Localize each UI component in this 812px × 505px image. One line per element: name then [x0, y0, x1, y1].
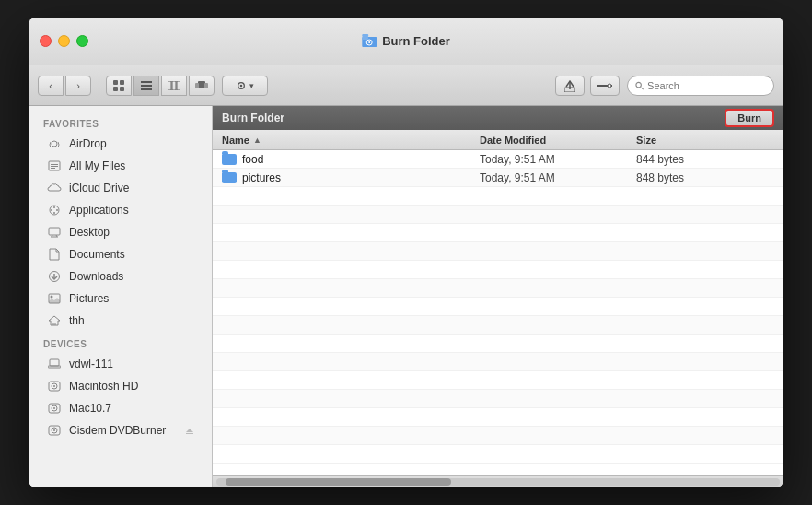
scrollbar-area[interactable]	[213, 475, 783, 487]
date-column-header[interactable]: Date Modified	[480, 135, 636, 146]
view-column-button[interactable]	[161, 76, 187, 96]
burn-button[interactable]: Burn	[725, 109, 774, 127]
minimize-button[interactable]	[58, 35, 70, 47]
icon-view-icon	[113, 80, 124, 91]
file-size-cell: 844 bytes	[636, 153, 684, 166]
mac-disk-icon	[47, 401, 62, 416]
sidebar: Favorites AirDrop	[29, 106, 213, 487]
finder-window: Burn Folder ‹ ›	[29, 18, 783, 487]
empty-row	[213, 371, 783, 390]
documents-icon	[47, 247, 62, 262]
burn-folder-title-icon	[362, 34, 377, 49]
icloud-icon	[47, 181, 62, 195]
sort-arrow: ▲	[253, 135, 261, 145]
arrange-chevron: ▾	[249, 81, 254, 90]
search-input[interactable]	[647, 80, 766, 91]
table-row[interactable]: pictures Today, 9:51 AM 848 bytes	[213, 169, 783, 187]
svg-rect-5	[113, 80, 118, 85]
sidebar-item-documents[interactable]: Documents	[32, 243, 208, 265]
empty-row	[213, 316, 783, 335]
burn-folder-bar-label: Burn Folder	[222, 112, 725, 124]
file-size-cell: 848 bytes	[636, 171, 684, 184]
pictures-label: Pictures	[69, 292, 109, 305]
file-name: food	[242, 153, 263, 166]
share-icon	[564, 79, 575, 92]
sidebar-item-desktop[interactable]: Desktop	[32, 221, 208, 243]
sidebar-item-airdrop[interactable]: AirDrop	[32, 133, 208, 155]
view-list-button[interactable]	[133, 76, 159, 96]
burn-header-bar: Burn Folder Burn	[213, 106, 783, 130]
favorites-header: Favorites	[29, 112, 212, 133]
downloads-label: Downloads	[69, 270, 123, 283]
devices-header: Devices	[29, 332, 212, 353]
sidebar-item-mac107[interactable]: Mac10.7	[32, 397, 208, 419]
sidebar-item-macintosh-hd[interactable]: Macintosh HD	[32, 375, 208, 397]
scrollbar-track[interactable]	[216, 478, 780, 486]
view-icon-button[interactable]	[106, 76, 132, 96]
cover-view-icon	[195, 81, 208, 90]
desktop-icon	[47, 225, 62, 240]
arrange-button[interactable]: ▾	[222, 76, 268, 96]
svg-rect-58	[186, 433, 193, 434]
desktop-label: Desktop	[69, 226, 110, 239]
svg-point-50	[53, 385, 55, 387]
empty-row	[213, 261, 783, 279]
tag-icon	[597, 81, 612, 90]
table-row[interactable]: food Today, 9:51 AM 844 bytes	[213, 150, 783, 169]
column-view-icon	[168, 81, 180, 90]
maximize-button[interactable]	[76, 35, 88, 47]
icloud-label: iCloud Drive	[69, 182, 129, 194]
file-name-cell: food	[222, 153, 480, 166]
disk-icon	[47, 379, 62, 393]
cisdem-label: Cisdem DVDBurner	[69, 424, 166, 437]
list-view-icon	[141, 81, 152, 90]
vdwl-label: vdwl-111	[69, 358, 113, 370]
svg-rect-9	[141, 81, 152, 83]
sidebar-item-pictures[interactable]: Pictures	[32, 288, 208, 310]
svg-point-4	[368, 41, 370, 43]
sidebar-item-applications[interactable]: Applications	[32, 199, 208, 221]
svg-rect-7	[113, 87, 118, 91]
nav-buttons: ‹ ›	[38, 76, 91, 96]
share-button[interactable]	[555, 76, 585, 96]
sidebar-item-all-files[interactable]: All My Files	[32, 155, 208, 177]
sidebar-item-home[interactable]: thh	[32, 310, 208, 332]
sidebar-item-cisdem[interactable]: Cisdem DVDBurner	[32, 419, 208, 441]
empty-row	[213, 206, 783, 224]
svg-rect-28	[51, 164, 58, 165]
empty-row	[213, 335, 783, 353]
search-box[interactable]	[627, 76, 774, 96]
file-area: Burn Folder Burn Name ▲ Date Modified Si…	[213, 106, 783, 487]
svg-point-24	[636, 82, 641, 87]
sidebar-item-icloud[interactable]: iCloud Drive	[32, 177, 208, 199]
svg-rect-12	[168, 81, 171, 90]
column-headers: Name ▲ Date Modified Size	[213, 130, 783, 150]
empty-row	[213, 242, 783, 261]
traffic-lights	[40, 35, 88, 47]
empty-row	[213, 279, 783, 298]
view-buttons	[106, 76, 215, 96]
close-button[interactable]	[40, 35, 52, 47]
pictures-icon	[47, 291, 62, 306]
svg-point-56	[53, 429, 55, 431]
size-column-header[interactable]: Size	[636, 135, 656, 146]
view-cover-button[interactable]	[189, 76, 215, 96]
name-column-header[interactable]: Name ▲	[222, 135, 480, 146]
back-button[interactable]: ‹	[38, 76, 64, 96]
applications-label: Applications	[69, 204, 129, 217]
svg-rect-13	[172, 81, 176, 90]
file-name-cell: pictures	[222, 171, 480, 184]
svg-line-25	[641, 87, 643, 88]
file-date-cell: Today, 9:51 AM	[480, 153, 636, 166]
airdrop-label: AirDrop	[69, 137, 107, 150]
folder-icon	[222, 154, 237, 165]
empty-row	[213, 224, 783, 242]
scrollbar-thumb[interactable]	[226, 478, 451, 486]
sidebar-item-downloads[interactable]: Downloads	[32, 265, 208, 288]
tag-button[interactable]	[590, 76, 620, 96]
forward-button[interactable]: ›	[65, 76, 91, 96]
dvd-icon	[47, 423, 62, 438]
svg-marker-57	[186, 429, 193, 432]
all-my-files-icon	[47, 159, 62, 173]
sidebar-item-vdwl[interactable]: vdwl-111	[32, 353, 208, 375]
